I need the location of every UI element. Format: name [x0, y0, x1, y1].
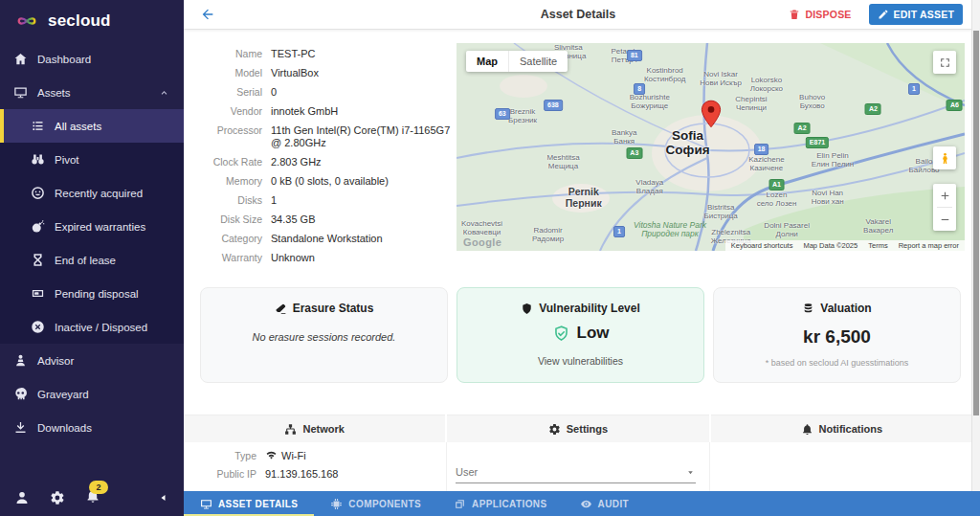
sidebar-item-pending-disposal[interactable]: Pending disposal	[0, 277, 184, 310]
sidebar-item-pivot[interactable]: Pivot	[0, 143, 184, 176]
zoom-in-button[interactable]	[933, 184, 956, 207]
road-badge-e871: E871	[806, 137, 829, 148]
field-value: 0 kB (0 slots, 0 available)	[271, 175, 389, 188]
notifications-panel	[710, 442, 972, 491]
bottom-tab-applications[interactable]: APPLICATIONS	[437, 491, 564, 516]
sidebar-item-graveyard[interactable]: Graveyard	[0, 377, 184, 411]
shield-icon	[521, 303, 533, 315]
sidebar-item-advisor[interactable]: Advisor	[0, 344, 184, 377]
bottom-tab-asset-details[interactable]: ASSET DETAILS	[184, 491, 314, 516]
map-town-dolni-pasarel: Dolni PasarelДолни	[764, 221, 810, 238]
map-marker-pin-icon[interactable]	[701, 100, 722, 128]
map-attribution-keyboard-shortcuts[interactable]: Keyboard shortcuts	[731, 241, 793, 250]
logo-text: secloud	[48, 11, 111, 31]
map-pegman-button[interactable]	[933, 146, 956, 169]
asset-location-map[interactable]: SlivnitsaСливницаPetarchПетърчKostinbrod…	[457, 43, 965, 251]
vulnerability-card-title: Vulnerability Level	[457, 302, 703, 315]
sidebar-item-end-of-lease[interactable]: End of lease	[0, 243, 184, 277]
bottom-tab-components[interactable]: COMPONENTS	[314, 491, 437, 516]
map-attribution-terms[interactable]: Terms	[868, 241, 887, 250]
bottom-tab-label: APPLICATIONS	[472, 499, 547, 509]
map-town-lokorsko: LokorskoЛокорско	[750, 76, 783, 93]
vertical-scrollbar[interactable]	[971, 0, 980, 491]
road-badge-81: 81	[627, 50, 642, 61]
hourglass-icon	[31, 253, 45, 267]
public-ip-value: 91.139.165.168	[265, 468, 338, 480]
map-attribution: Keyboard shortcutsMap Data ©2025TermsRep…	[725, 240, 965, 251]
monitor-icon	[200, 498, 212, 510]
scrollbar-thumb[interactable]	[973, 31, 979, 415]
field-value: VirtualBox	[271, 67, 319, 79]
city-name-bg: София	[666, 143, 710, 157]
section-tab-settings[interactable]: Settings	[447, 415, 708, 442]
view-vulnerabilities-link[interactable]: View vulnerabilities	[457, 355, 703, 367]
person-icon[interactable]	[14, 490, 30, 505]
top-bar: Asset Details DISPOSE EDIT ASSET	[184, 0, 972, 30]
section-tab-label: Settings	[567, 423, 608, 435]
public-ip-row: Public IP 91.139.165.168	[184, 468, 446, 480]
edit-icon	[878, 9, 889, 20]
sidebar-item-all-assets[interactable]: All assets	[0, 109, 184, 143]
logo[interactable]: secloud	[0, 0, 184, 42]
user-select[interactable]: User	[456, 461, 696, 483]
valuation-amount: kr 6,500	[714, 326, 960, 348]
gear-icon[interactable]	[50, 490, 65, 505]
edit-asset-button[interactable]: EDIT ASSET	[869, 4, 963, 25]
field-value: 1	[271, 194, 277, 207]
field-label: Clock Rate	[184, 156, 262, 168]
map-type-satellite-button[interactable]: Satellite	[508, 51, 568, 72]
sidebar-item-recently-acquired[interactable]: Recently acquired	[0, 176, 184, 210]
top-actions: DISPOSE EDIT ASSET	[783, 4, 972, 25]
google-logo: Google	[463, 236, 501, 248]
sidebar-item-expired-warranties[interactable]: Expired warranties	[0, 210, 184, 243]
sidebar-item-inactive-disposed[interactable]: Inactive / Disposed	[0, 310, 184, 344]
sidebar: secloud DashboardAssets All assetsPivotR…	[0, 0, 184, 516]
map-town-chepintsi: ChepintsiЧепинци	[735, 95, 767, 112]
field-label: Processor	[184, 124, 262, 149]
network-type-label: Type	[184, 450, 256, 461]
erasure-status-card: Erasure Status No erasure sessions recor…	[200, 287, 448, 383]
map-town-lozen: Lozenсело Лозен	[757, 191, 797, 208]
sidebar-item-dashboard[interactable]: Dashboard	[0, 42, 184, 76]
road-badge-8: 8	[634, 83, 645, 95]
chevron-up-icon[interactable]	[158, 86, 170, 99]
section-tab-network[interactable]: Network	[184, 415, 445, 442]
card-icon	[31, 286, 45, 301]
map-fullscreen-button[interactable]	[933, 51, 956, 74]
bomb-icon	[31, 219, 45, 234]
back-button[interactable]	[200, 7, 215, 22]
field-row-disk-size: Disk Size34.35 GB	[184, 213, 457, 226]
valuation-title-text: Valuation	[820, 302, 871, 315]
bottom-tab-audit[interactable]: AUDIT	[564, 491, 646, 516]
field-label: Memory	[184, 175, 262, 188]
sidebar-item-label: Downloads	[37, 422, 92, 434]
section-tab-notifications[interactable]: Notifications	[711, 415, 972, 442]
dispose-button[interactable]: DISPOSE	[783, 8, 857, 21]
skull-icon	[13, 387, 28, 401]
chip-icon	[330, 498, 343, 510]
map-town-bankya: BankyaБанкя	[612, 128, 637, 146]
field-row-warranty: WarrantyUnknown	[184, 252, 457, 264]
map-town-kostinbrod: KostinbrodКостинброд	[644, 66, 686, 83]
notifications-bell[interactable]: 2	[85, 488, 100, 507]
list-icon	[31, 119, 45, 133]
smiley-icon	[31, 186, 45, 200]
monitor-icon	[13, 85, 28, 100]
coins-icon	[802, 303, 814, 315]
map-town-novi-iskar: Novi IskarНови Искър	[700, 70, 742, 87]
collapse-sidebar-icon[interactable]	[158, 492, 169, 504]
map-type-map-button[interactable]: Map	[466, 51, 508, 72]
lower-panels: Type Wi-Fi Public IP 91.139.165.168 User	[184, 442, 972, 491]
zoom-out-button[interactable]	[933, 208, 956, 231]
secloud-infinity-logo-icon	[12, 11, 41, 32]
sidebar-item-assets[interactable]: Assets	[0, 76, 184, 109]
field-value: 0	[271, 86, 277, 99]
sidebar-item-downloads[interactable]: Downloads	[0, 411, 184, 444]
field-value: 11th Gen Intel(R) Core(TM) i7-1165G7 @ 2…	[271, 124, 451, 149]
sidebar-footer: 2	[0, 480, 184, 516]
map-town-pernik: PernikПерник	[566, 186, 602, 209]
map-town-bistritsa: BistritsaБистрица	[703, 203, 737, 220]
map-town-kazichene: KazicheneКазичене	[748, 155, 784, 172]
field-label: Model	[184, 67, 262, 79]
map-attribution-report-a-map-error[interactable]: Report a map error	[899, 241, 959, 250]
